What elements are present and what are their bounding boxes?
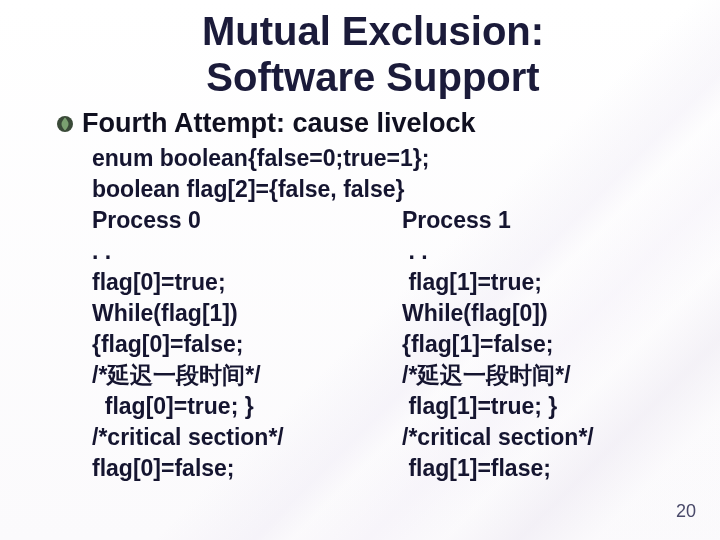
title-line-2: Software Support <box>206 55 539 99</box>
decl-line-2: boolean flag[2]={false, false} <box>92 174 690 205</box>
process-0-code: Process 0 . . flag[0]=true; While(flag[1… <box>92 205 402 484</box>
bullet-row: Fourth Attempt: cause livelock <box>56 108 690 139</box>
title-line-1: Mutual Exclusion: <box>202 9 544 53</box>
page-number: 20 <box>676 501 696 522</box>
bullet-text: Fourth Attempt: cause livelock <box>82 108 476 139</box>
process-columns: Process 0 . . flag[0]=true; While(flag[1… <box>92 205 690 484</box>
bullet-icon <box>56 115 74 133</box>
process-1-code: Process 1 . . flag[1]=true; While(flag[0… <box>402 205 690 484</box>
decl-line-1: enum boolean{false=0;true=1}; <box>92 143 690 174</box>
slide-title: Mutual Exclusion: Software Support <box>56 8 690 100</box>
slide: Mutual Exclusion: Software Support Fourt… <box>0 0 720 540</box>
